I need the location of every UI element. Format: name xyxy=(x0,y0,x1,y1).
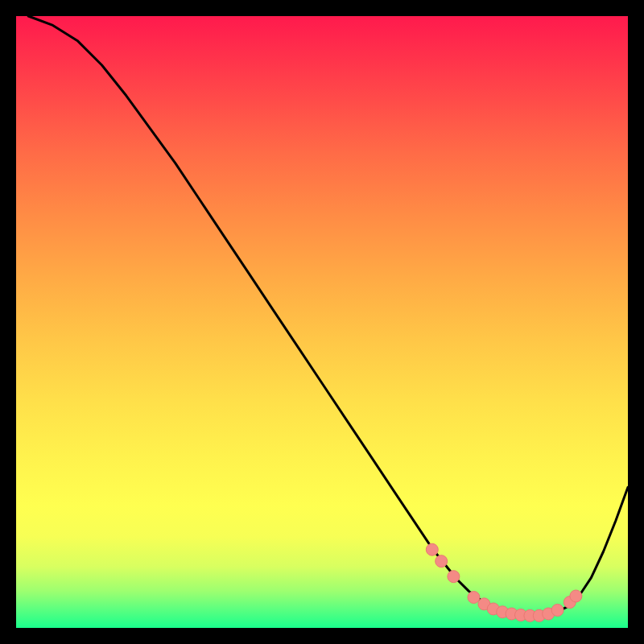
marker-dot xyxy=(436,555,448,568)
marker-dot xyxy=(570,590,582,602)
optimal-range-markers xyxy=(426,543,582,621)
bottleneck-curve xyxy=(28,16,628,616)
marker-dot xyxy=(551,604,564,616)
marker-dot xyxy=(426,543,438,555)
watermark-text: TheBottleneck.com xyxy=(505,0,641,2)
chart-frame xyxy=(16,16,628,628)
marker-dot xyxy=(468,592,480,604)
chart-svg xyxy=(16,16,628,628)
marker-dot xyxy=(448,571,460,583)
